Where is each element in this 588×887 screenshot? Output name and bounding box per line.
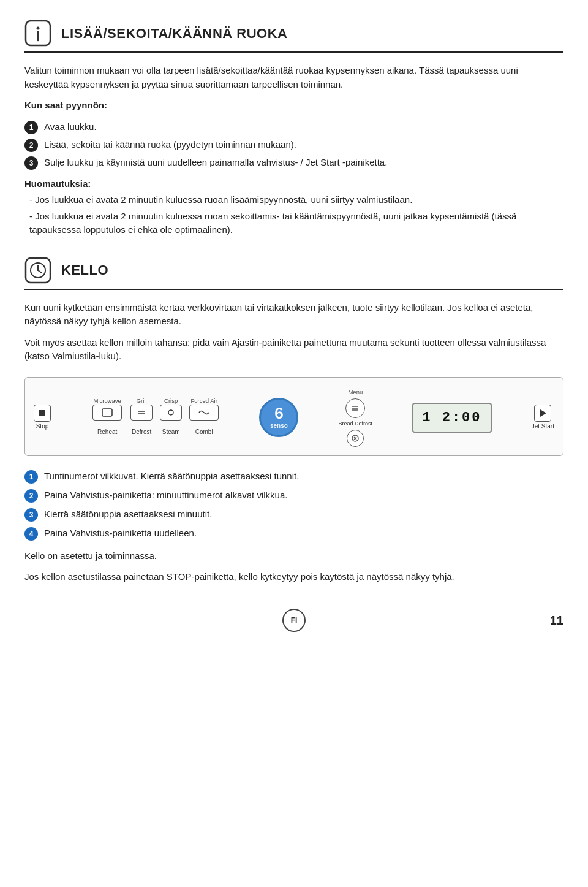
microwave-top-label: Microwave <box>93 397 121 404</box>
control-panel: Stop Microwave Grill Cris <box>24 377 564 456</box>
note1: - Jos luukkua ei avata 2 minuutin kulues… <box>29 193 564 207</box>
reheat-label-container: Reheat <box>91 424 124 438</box>
section1-step2: 2 Lisää, sekoita tai käännä ruoka (pyyde… <box>24 138 564 152</box>
kello-step2-text: Paina Vahvistus-painiketta: minuuttinume… <box>44 489 287 503</box>
section1-steps: 1 Avaa luukku. 2 Lisää, sekoita tai kään… <box>24 120 564 170</box>
jet-start-label: Jet Start <box>532 423 554 430</box>
menu-group: Menu Bread Defrost <box>339 389 373 447</box>
step1-circle: 1 <box>24 121 38 134</box>
forced-air-button[interactable]: Forced Air <box>189 397 219 422</box>
note2: - Jos luukkua ei avata 2 minuutin kulues… <box>29 210 564 237</box>
stop-button[interactable]: Stop <box>34 405 51 430</box>
mode-buttons-group: Microwave Grill Crisp <box>91 397 219 438</box>
menu-button[interactable] <box>345 398 365 418</box>
kello-step4-circle: 4 <box>24 527 38 541</box>
section2-title: KELLO <box>61 260 108 280</box>
jet-start-group: Jet Start <box>532 405 554 430</box>
section2-para3: Kello on asetettu ja toiminnassa. <box>24 549 564 563</box>
step3-text: Sulje luukku ja käynnistä uuni uudelleen… <box>44 156 387 170</box>
bread-defrost-bottom-label: Bread Defrost <box>339 421 373 427</box>
section2-header: KELLO <box>24 257 564 290</box>
kello-step3-circle: 3 <box>24 508 38 522</box>
bread-defrost-icon <box>351 434 360 443</box>
microwave-icon <box>92 405 122 421</box>
kello-step2: 2 Paina Vahvistus-painiketta: minuuttinu… <box>24 489 564 503</box>
reheat-bottom-label: Reheat <box>97 428 117 435</box>
page-footer: FI 11 <box>24 609 564 632</box>
kello-step1-text: Tuntinumerot vilkkuvat. Kierrä säätönupp… <box>44 470 299 484</box>
menu-icon <box>351 404 360 413</box>
jet-start-button[interactable] <box>534 405 551 422</box>
section1-step1: 1 Avaa luukku. <box>24 120 564 134</box>
time-display: 1 2:00 <box>412 403 491 433</box>
step2-text: Lisää, sekoita tai käännä ruoka (pyydety… <box>44 138 296 152</box>
svg-marker-16 <box>540 409 546 417</box>
step1-text: Avaa luukku. <box>44 120 97 134</box>
section2: KELLO Kun uuni kytketään ensimmäistä ker… <box>24 257 564 584</box>
stop-icon <box>34 405 51 422</box>
combi-bottom-label: Combi <box>195 428 213 435</box>
stop-group: Stop <box>34 405 51 430</box>
dial-number: 6 <box>274 405 283 421</box>
defrost-bottom-label: Defrost <box>132 428 151 435</box>
kello-step4-text: Paina Vahvistus-painiketta uudelleen. <box>44 527 197 541</box>
mode-bottom-row: Reheat Defrost Steam Combi <box>91 424 219 438</box>
section1-step3: 3 Sulje luukku ja käynnistä uuni uudelle… <box>24 156 564 170</box>
section2-para1: Kun uuni kytketään ensimmäistä kertaa ve… <box>24 301 564 329</box>
kello-step4: 4 Paina Vahvistus-painiketta uudelleen. <box>24 527 564 541</box>
section1-para1: Valitun toiminnon mukaan voi olla tarpee… <box>24 64 564 91</box>
step3-circle: 3 <box>24 156 38 170</box>
grill-button[interactable]: Grill <box>130 397 153 422</box>
svg-rect-8 <box>102 409 112 416</box>
crisp-icon <box>160 405 182 421</box>
defrost-label-container: Defrost <box>130 424 153 438</box>
section1-title: LISÄÄ/SEKOITA/KÄÄNNÄ RUOKA <box>61 23 287 44</box>
svg-point-1 <box>37 27 40 30</box>
combi-label-container: Combi <box>189 424 219 438</box>
dial-sub: senso <box>270 421 288 430</box>
bread-defrost-button[interactable] <box>347 430 364 447</box>
section2-para2: Voit myös asettaa kellon milloin tahansa… <box>24 336 564 364</box>
crisp-button[interactable]: Crisp <box>159 397 183 422</box>
grill-top-label: Grill <box>137 397 147 404</box>
mode-top-row: Microwave Grill Crisp <box>91 397 219 422</box>
kello-step1: 1 Tuntinumerot vilkkuvat. Kierrä säätönu… <box>24 470 564 484</box>
kello-step1-circle: 1 <box>24 470 38 484</box>
svg-line-6 <box>38 270 42 273</box>
steam-label-container: Steam <box>159 424 183 438</box>
kello-step3: 3 Kierrä säätönuppia asettaaksesi minuut… <box>24 508 564 522</box>
grill-icon <box>130 405 153 421</box>
menu-top-label: Menu <box>348 389 363 395</box>
step2-circle: 2 <box>24 139 38 152</box>
play-icon <box>538 408 548 418</box>
fi-badge: FI <box>282 609 306 632</box>
stop-label: Stop <box>36 423 49 430</box>
dial[interactable]: 6 senso <box>259 398 298 437</box>
svg-point-11 <box>168 410 173 415</box>
section1: LISÄÄ/SEKOITA/KÄÄNNÄ RUOKA Valitun toimi… <box>24 20 564 237</box>
forced-air-top-label: Forced Air <box>191 397 217 404</box>
fi-text: FI <box>291 615 298 626</box>
svg-rect-7 <box>39 410 45 416</box>
page-number: 11 <box>550 611 564 630</box>
microwave-button[interactable]: Microwave <box>91 397 124 422</box>
section1-header: LISÄÄ/SEKOITA/KÄÄNNÄ RUOKA <box>24 20 564 53</box>
kello-step3-text: Kierrä säätönuppia asettaaksesi minuutit… <box>44 508 212 522</box>
kello-steps: 1 Tuntinumerot vilkkuvat. Kierrä säätönu… <box>24 470 564 541</box>
forced-air-icon <box>189 405 219 421</box>
kello-step2-circle: 2 <box>24 489 38 503</box>
section1-kun-header: Kun saat pyynnön: <box>24 99 564 113</box>
steam-bottom-label: Steam <box>162 428 180 435</box>
section2-para4: Jos kellon asetustilassa painetaan STOP-… <box>24 570 564 584</box>
notes-title: Huomautuksia: <box>24 177 564 191</box>
clock-icon <box>24 257 51 284</box>
info-icon <box>24 20 51 47</box>
crisp-top-label: Crisp <box>164 397 178 404</box>
notes-section: Huomautuksia: - Jos luukkua ei avata 2 m… <box>24 177 564 237</box>
